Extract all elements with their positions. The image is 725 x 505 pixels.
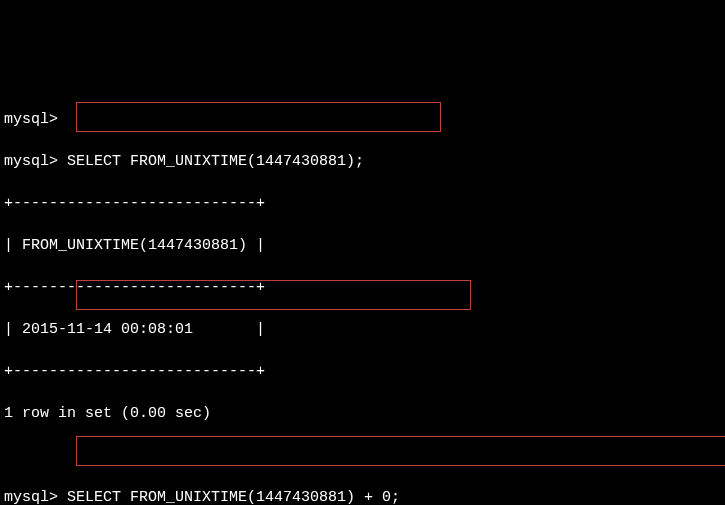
table-border: +---------------------------+ [4, 193, 721, 214]
prompt: mysql> [4, 489, 58, 505]
prompt: mysql> [4, 153, 58, 170]
prompt-line: mysql> [4, 109, 721, 130]
blank-line [4, 445, 721, 466]
table-header: | FROM_UNIXTIME(1447430881) | [4, 235, 721, 256]
sql-query: SELECT FROM_UNIXTIME(1447430881); [67, 153, 364, 170]
terminal-output[interactable]: mysql> mysql> SELECT FROM_UNIXTIME(14474… [4, 88, 721, 505]
prompt: mysql> [4, 111, 58, 128]
sql-query: SELECT FROM_UNIXTIME(1447430881) + 0; [67, 489, 400, 505]
table-border: +---------------------------+ [4, 361, 721, 382]
result-footer: 1 row in set (0.00 sec) [4, 403, 721, 424]
table-border: +---------------------------+ [4, 277, 721, 298]
query-line: mysql> SELECT FROM_UNIXTIME(1447430881); [4, 151, 721, 172]
query-line: mysql> SELECT FROM_UNIXTIME(1447430881) … [4, 487, 721, 505]
table-row: | 2015-11-14 00:08:01 | [4, 319, 721, 340]
